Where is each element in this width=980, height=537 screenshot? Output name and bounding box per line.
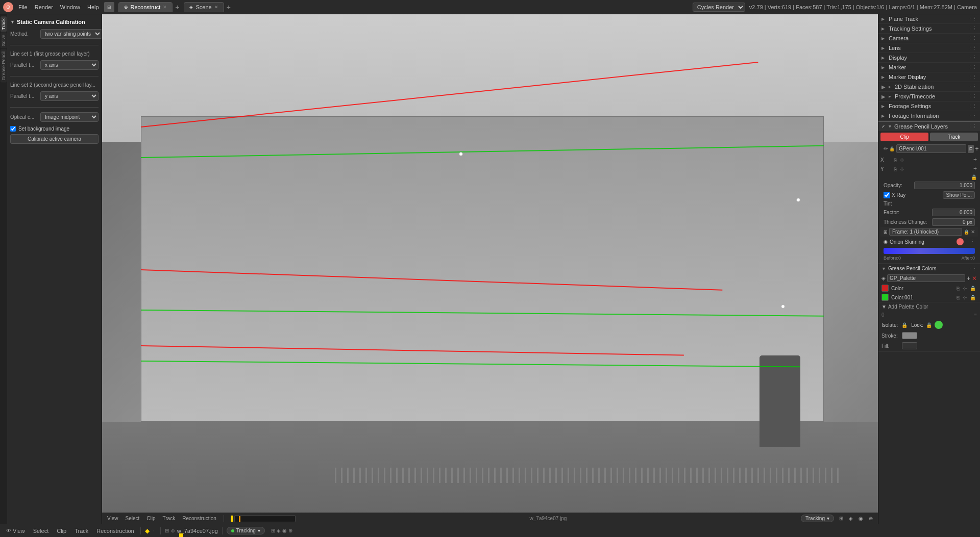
section-lens-header[interactable]: ▶ Lens ⋮⋮: [878, 43, 980, 53]
onion-color-btn[interactable]: [957, 238, 964, 245]
tab-reconstruct-close[interactable]: ✕: [163, 5, 167, 10]
section-proxy-timecode-header[interactable]: ▶ ▸ Proxy/Timecode ⋮⋮: [878, 92, 980, 101]
render-engine-select[interactable]: Cycles Render: [693, 3, 745, 12]
window-menu[interactable]: Window: [57, 3, 83, 11]
calibrate-button[interactable]: Calibrate active camera: [10, 134, 99, 144]
onion-dots: ⋮⋮: [966, 239, 975, 244]
mini-timeline[interactable]: [234, 515, 296, 522]
vtab-solve[interactable]: Solve: [1, 33, 7, 48]
optical-dropdown[interactable]: Image midpoint: [40, 112, 99, 122]
section-marker-header[interactable]: ▶ Marker ⋮⋮: [878, 63, 980, 72]
section-2d-stabilization: ▶ ▸ 2D Stabilization ⋮⋮: [878, 82, 980, 92]
add-palette-color-btn[interactable]: ▼ Add Palette Color: [881, 304, 928, 310]
viewport-tool-4[interactable]: ⊕: [867, 515, 875, 522]
parallel-2-dropdown[interactable]: y axis: [40, 91, 99, 101]
section-footage-settings-header[interactable]: ▶ Footage Settings ⋮⋮: [878, 101, 980, 111]
frame-input[interactable]: [889, 228, 962, 236]
color-1-copy[interactable]: ⎘: [955, 285, 961, 292]
parallel-1-dropdown[interactable]: x axis: [40, 60, 99, 70]
status-select[interactable]: Select: [31, 528, 51, 534]
stroke-swatch[interactable]: [902, 332, 917, 339]
section-plane-track-header[interactable]: ▶ Plane Track ⋮⋮: [878, 14, 980, 23]
clip-button[interactable]: Clip: [880, 133, 928, 141]
status-clip[interactable]: Clip: [55, 528, 68, 534]
render-menu[interactable]: Render: [32, 3, 56, 11]
color-swatch-1[interactable]: [881, 285, 889, 292]
help-menu[interactable]: Help: [84, 3, 102, 11]
color-1-lock[interactable]: 🔒: [969, 285, 977, 292]
status-icon-3[interactable]: ◉: [282, 528, 287, 533]
color-swatch-2[interactable]: [881, 294, 889, 301]
viewport-reconstruction-btn[interactable]: Reconstruction: [180, 515, 218, 522]
viewport-view-btn[interactable]: View: [105, 515, 120, 522]
status-icon-1[interactable]: ⊞: [271, 528, 275, 533]
color-1-link[interactable]: ⊹: [962, 285, 968, 292]
set-bg-checkbox[interactable]: [10, 126, 16, 132]
isolate-lock-btn[interactable]: 🔒: [900, 322, 909, 328]
status-icon-4[interactable]: ⊕: [288, 528, 292, 533]
section-footage-information-header[interactable]: ▶ Footage Information ⋮⋮: [878, 111, 980, 120]
status-reconstruction[interactable]: Reconstruction: [94, 528, 136, 534]
track-dot-1[interactable]: [459, 152, 463, 156]
section-2d-stabilization-header[interactable]: ▶ ▸ 2D Stabilization ⋮⋮: [878, 82, 980, 91]
section-tracking-settings-header[interactable]: ▶ Tracking Settings ⋮⋮: [878, 24, 980, 33]
color-2-copy[interactable]: ⎘: [955, 294, 961, 301]
fill-swatch[interactable]: [902, 342, 917, 349]
gp-colors-header[interactable]: ▼ Grease Pencil Colors ⋮⋮: [878, 264, 980, 273]
x-plus-btn[interactable]: +: [972, 156, 978, 164]
viewport-tool-3[interactable]: ◉: [856, 515, 865, 522]
method-dropdown[interactable]: two vanishing points: [40, 29, 102, 39]
x-copy-btn[interactable]: ⎘: [893, 157, 898, 163]
xray-checkbox[interactable]: [884, 192, 890, 198]
vtab-grease-pencil[interactable]: Grease Pencil: [1, 49, 7, 83]
viewport-track-btn[interactable]: Track: [161, 515, 178, 522]
frame-lock-btn[interactable]: 🔒: [964, 229, 969, 235]
frame-close-btn[interactable]: ✕: [971, 229, 975, 235]
grease-pencil-header[interactable]: ✓ ▼ Grease Pencil Layers ⋮⋮: [878, 122, 980, 131]
factor-input[interactable]: [932, 209, 975, 216]
gp-name-input[interactable]: [896, 144, 966, 153]
viewport-tool-2[interactable]: ◈: [847, 515, 855, 522]
layer-lock-btn[interactable]: 🔒: [971, 174, 977, 180]
gp-add-button[interactable]: +: [975, 145, 979, 153]
section-camera-header[interactable]: ▶ Camera ⋮⋮: [878, 34, 980, 43]
gp-f-button[interactable]: F: [968, 145, 974, 153]
tab-scene[interactable]: ◈ Scene ✕: [184, 2, 224, 12]
y-link-btn[interactable]: ⊹: [899, 166, 905, 172]
x-link-btn[interactable]: ⊹: [899, 157, 905, 163]
file-menu[interactable]: File: [15, 3, 31, 11]
color-2-link[interactable]: ⊹: [962, 294, 968, 301]
status-icon-2[interactable]: ◈: [277, 528, 281, 533]
viewport-image[interactable]: [102, 14, 878, 524]
status-tracking-badge[interactable]: Tracking ▾: [227, 527, 265, 534]
opacity-input[interactable]: [914, 182, 975, 189]
onion-header[interactable]: ◉ Onion Skinning ⋮⋮: [880, 237, 978, 247]
section-display-header[interactable]: ▶ Display ⋮⋮: [878, 53, 980, 62]
palette-name-input[interactable]: [887, 274, 965, 282]
viewport-tool-1[interactable]: ⊞: [837, 515, 845, 522]
color-2-lock[interactable]: 🔒: [969, 294, 977, 301]
tab-scene-close[interactable]: ✕: [214, 5, 218, 10]
timeline-area[interactable]: [153, 530, 154, 531]
y-copy-btn[interactable]: ⎘: [893, 166, 898, 172]
lock-toggle-btn[interactable]: 🔒: [926, 322, 932, 328]
tracking-badge[interactable]: Tracking ▾: [801, 515, 834, 522]
lock-color-btn[interactable]: [935, 321, 943, 329]
palette-add-btn[interactable]: +: [967, 275, 970, 282]
track-button[interactable]: Track: [930, 133, 978, 141]
tab-scene-add[interactable]: +: [225, 3, 232, 11]
section-marker-display-header[interactable]: ▶ Marker Display ⋮⋮: [878, 72, 980, 82]
status-track[interactable]: Track: [72, 528, 90, 534]
palette-remove-btn[interactable]: ✕: [972, 275, 977, 282]
editor-type-icon[interactable]: ⊞: [104, 2, 114, 12]
viewport-select-btn[interactable]: Select: [124, 515, 142, 522]
status-view[interactable]: 👁 View: [4, 528, 27, 534]
track-dot-2[interactable]: [796, 198, 800, 202]
show-poi-button[interactable]: Show Poi...: [943, 191, 975, 199]
viewport-clip-btn[interactable]: Clip: [144, 515, 157, 522]
tab-reconstruct[interactable]: ⊕ Reconstruct ✕: [118, 2, 173, 12]
thickness-input[interactable]: [932, 218, 975, 226]
vtab-track[interactable]: Track: [1, 16, 7, 32]
y-plus-btn[interactable]: +: [972, 165, 978, 173]
tab-add[interactable]: +: [174, 3, 181, 11]
